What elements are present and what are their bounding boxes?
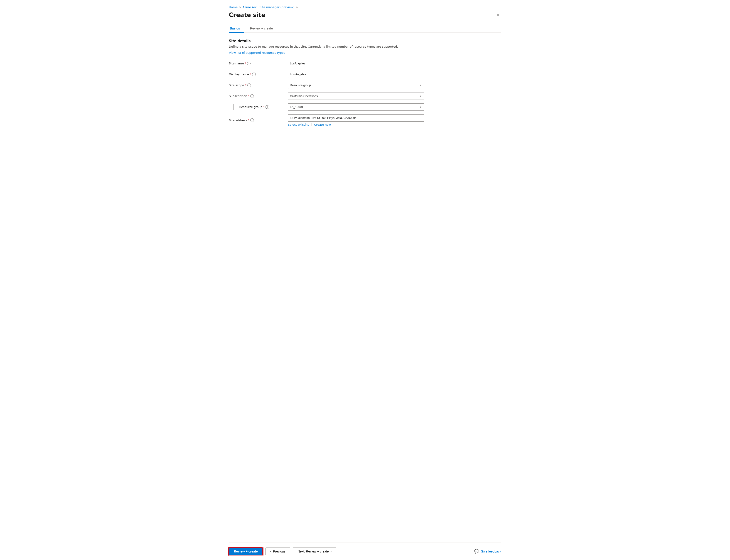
site-scope-select[interactable]: Resource group Subscription — [288, 82, 424, 89]
site-address-control: Select existing | Create new — [288, 114, 424, 126]
close-button[interactable]: × — [495, 12, 501, 18]
site-address-row: Site address * i Select existing | Creat… — [229, 114, 501, 126]
give-feedback-button[interactable]: 💬 Give feedback — [474, 549, 501, 554]
section-description: Define a site scope to manage resources … — [229, 44, 501, 49]
display-name-required: * — [250, 73, 251, 76]
tab-basics[interactable]: Basics — [229, 25, 244, 32]
subscription-select[interactable]: California-Operations — [288, 93, 424, 100]
resource-group-required: * — [263, 105, 264, 109]
site-address-label: Site address * i — [229, 118, 288, 122]
display-name-info-icon[interactable]: i — [252, 73, 256, 76]
resource-group-select-wrapper: LA_10001 — [288, 103, 424, 111]
site-name-control — [288, 60, 424, 67]
subscription-info-icon[interactable]: i — [250, 94, 254, 98]
subscription-label: Subscription * i — [229, 94, 288, 98]
address-links-separator: | — [311, 123, 312, 126]
site-scope-required: * — [245, 84, 246, 87]
display-name-label: Display name * i — [229, 73, 288, 76]
site-name-info-icon[interactable]: i — [247, 62, 250, 65]
resource-group-control: LA_10001 — [288, 103, 424, 111]
previous-button[interactable]: < Previous — [265, 548, 290, 555]
select-existing-link[interactable]: Select existing — [288, 123, 309, 126]
page-header: Create site × — [229, 12, 501, 18]
view-resources-link[interactable]: View list of supported resources types — [229, 51, 285, 54]
resource-group-label: Resource group * i — [239, 105, 269, 109]
site-name-label: Site name * i — [229, 62, 288, 65]
display-name-row: Display name * i — [229, 71, 501, 78]
site-scope-select-wrapper: Resource group Subscription — [288, 82, 424, 89]
breadcrumb-sep2: > — [296, 6, 298, 9]
tabs-container: Basics Review + create — [229, 25, 501, 33]
site-scope-info-icon[interactable]: i — [247, 83, 251, 87]
site-address-required: * — [248, 119, 249, 122]
footer: Review + create < Previous Next: Review … — [229, 543, 501, 560]
review-create-button[interactable]: Review + create — [229, 547, 263, 555]
breadcrumb: Home > Azure Arc | Site manager (preview… — [229, 5, 501, 9]
resource-group-indent: Resource group * i — [229, 104, 288, 110]
site-name-row: Site name * i — [229, 60, 501, 67]
subscription-required: * — [248, 95, 249, 98]
feedback-icon: 💬 — [474, 549, 479, 554]
display-name-input[interactable] — [288, 71, 424, 78]
site-address-input[interactable] — [288, 114, 424, 122]
subscription-select-wrapper: California-Operations — [288, 93, 424, 100]
site-scope-control: Resource group Subscription — [288, 82, 424, 89]
resource-group-select[interactable]: LA_10001 — [288, 103, 424, 111]
site-scope-row: Site scope * i Resource group Subscripti… — [229, 82, 501, 89]
page-title: Create site — [229, 12, 265, 18]
site-name-required: * — [245, 62, 246, 65]
site-name-input[interactable] — [288, 60, 424, 67]
address-links: Select existing | Create new — [288, 123, 424, 126]
tab-review-create[interactable]: Review + create — [249, 25, 276, 32]
breadcrumb-home[interactable]: Home — [229, 5, 237, 9]
resource-group-info-icon[interactable]: i — [265, 105, 269, 109]
subscription-row: Subscription * i California-Operations — [229, 93, 501, 100]
display-name-control — [288, 71, 424, 78]
form-section: Site name * i Display name * i — [229, 60, 501, 126]
next-button[interactable]: Next: Review + create > — [293, 548, 336, 555]
site-scope-label: Site scope * i — [229, 83, 288, 87]
breadcrumb-sep1: > — [239, 6, 241, 9]
indent-line — [233, 104, 237, 110]
subscription-control: California-Operations — [288, 93, 424, 100]
section-title: Site details — [229, 39, 501, 43]
breadcrumb-parent[interactable]: Azure Arc | Site manager (preview) — [242, 5, 294, 9]
resource-group-row: Resource group * i LA_10001 — [229, 103, 501, 111]
feedback-label: Give feedback — [481, 550, 501, 553]
site-details-section: Site details Define a site scope to mana… — [229, 39, 501, 54]
site-address-info-icon[interactable]: i — [250, 118, 254, 122]
create-new-link[interactable]: Create new — [314, 123, 331, 126]
